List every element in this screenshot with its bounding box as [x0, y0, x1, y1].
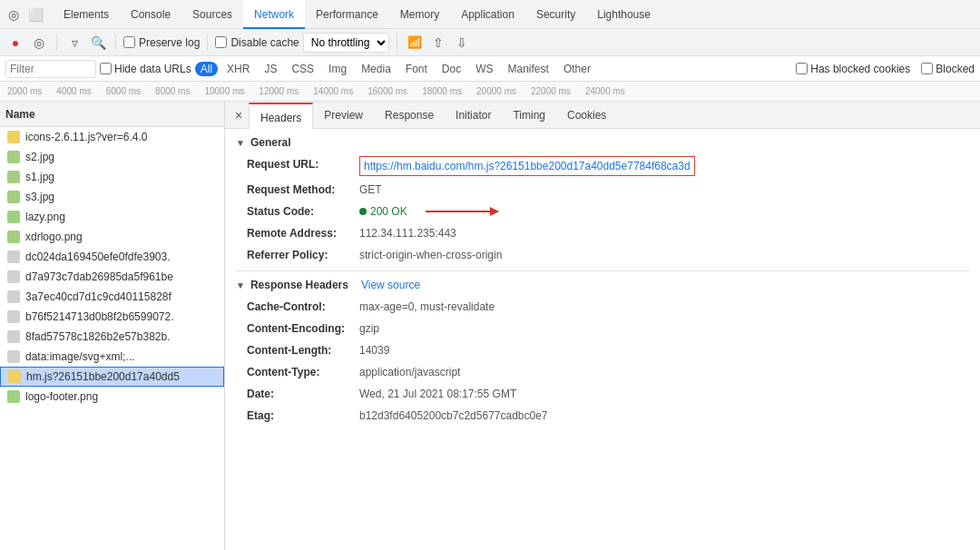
filter-css[interactable]: CSS: [286, 62, 319, 76]
detail-content: ▼ General Request URL: https://hm.baidu.…: [225, 129, 980, 550]
filter-input[interactable]: [5, 60, 96, 78]
filter-ws[interactable]: WS: [470, 62, 498, 76]
timeline-label-6: 12000 ms: [251, 86, 306, 96]
disable-cache-input[interactable]: [215, 36, 227, 48]
arrow-annotation: [426, 211, 498, 212]
tab-memory[interactable]: Memory: [389, 0, 450, 29]
file-icon-data-7: [7, 270, 20, 283]
date-value: Wed, 21 Jul 2021 08:17:55 GMT: [359, 386, 516, 402]
content-encoding-value: gzip: [359, 320, 379, 337]
device-icon[interactable]: ⬜: [25, 5, 45, 25]
tab-application[interactable]: Application: [450, 0, 525, 29]
cache-control-key: Cache-Control:: [247, 299, 356, 315]
tab-console[interactable]: Console: [120, 0, 181, 29]
hide-data-urls-checkbox[interactable]: Hide data URLs: [100, 63, 191, 75]
filter-font[interactable]: Font: [400, 62, 433, 76]
tab-network[interactable]: Network: [243, 0, 305, 29]
date-key: Date:: [247, 386, 356, 402]
file-icon-data-6: [7, 250, 20, 263]
file-item-1[interactable]: s2.jpg: [0, 147, 224, 167]
view-source-link[interactable]: View source: [361, 279, 420, 291]
tab-initiator[interactable]: Initiator: [445, 102, 502, 129]
detail-close-button[interactable]: ×: [229, 105, 249, 125]
hide-data-urls-input[interactable]: [100, 63, 112, 74]
record-button[interactable]: ●: [5, 33, 25, 53]
tab-response[interactable]: Response: [374, 102, 445, 129]
file-item-3[interactable]: s3.jpg: [0, 187, 224, 207]
download-icon[interactable]: ⇩: [452, 33, 472, 53]
blocked-label: Blocked: [936, 63, 975, 75]
file-item-7[interactable]: d7a973c7dab26985da5f961be: [0, 267, 224, 287]
date-row: Date: Wed, 21 Jul 2021 08:17:55 GMT: [236, 386, 969, 402]
file-name-9: b76f5214713d0b8f2b6599072.: [25, 310, 174, 323]
status-value: 200 OK: [370, 203, 407, 220]
file-icon-data-8: [7, 290, 20, 303]
file-item-8[interactable]: 3a7ec40cd7d1c9cd40115828f: [0, 287, 224, 307]
tab-headers[interactable]: Headers: [249, 103, 313, 130]
tab-timing[interactable]: Timing: [502, 102, 556, 129]
response-headers-section-header[interactable]: ▼ Response Headers View source: [236, 279, 969, 291]
upload-icon[interactable]: ⇧: [428, 33, 448, 53]
blocked-checkbox[interactable]: Blocked: [921, 63, 975, 75]
clear-button[interactable]: ◎: [29, 33, 49, 53]
file-name-5: xdrlogo.png: [25, 231, 83, 243]
file-icon-img-4: [7, 211, 20, 223]
timeline-label-2: 4000 ms: [49, 86, 98, 96]
has-blocked-cookies-input[interactable]: [796, 63, 808, 74]
file-item-10[interactable]: 8fad57578c1826b2e57b382b.: [0, 327, 224, 347]
filter-img[interactable]: Img: [323, 62, 352, 76]
response-arrow: ▼: [236, 280, 245, 290]
file-item-4[interactable]: lazy.png: [0, 207, 224, 227]
search-icon[interactable]: 🔍: [88, 33, 108, 53]
blocked-input[interactable]: [921, 63, 933, 74]
timeline-label-8: 16000 ms: [360, 86, 415, 96]
file-item-2[interactable]: s1.jpg: [0, 167, 224, 187]
filter-js[interactable]: JS: [259, 62, 282, 76]
filter-other[interactable]: Other: [558, 62, 596, 76]
tab-cookies[interactable]: Cookies: [556, 102, 617, 129]
tab-sources[interactable]: Sources: [181, 0, 243, 29]
file-name-6: dc024da169450efe0fdfe3903.: [25, 250, 171, 263]
file-item-0[interactable]: icons-2.6.11.js?ver=6.4.0: [0, 127, 224, 147]
has-blocked-cookies-checkbox[interactable]: Has blocked cookies: [796, 63, 910, 75]
separator-1: [56, 34, 57, 51]
tab-performance[interactable]: Performance: [305, 0, 389, 29]
throttle-select[interactable]: No throttling: [303, 33, 389, 53]
inspect-icon[interactable]: ◎: [4, 5, 24, 25]
general-section-header[interactable]: ▼ General: [236, 136, 969, 149]
file-item-13[interactable]: logo-footer.png: [0, 387, 224, 407]
left-panel: Name icons-2.6.11.js?ver=6.4.0 s2.jpg s1…: [0, 102, 225, 550]
name-column-label: Name: [5, 108, 35, 121]
request-url-value[interactable]: https://hm.baidu.com/hm.js?26151bbe200d1…: [359, 156, 695, 176]
preserve-log-checkbox[interactable]: Preserve log: [123, 36, 200, 49]
tab-lighthouse[interactable]: Lighthouse: [586, 0, 662, 29]
separator-2: [115, 34, 116, 51]
etag-value: b12d3fd6405200cb7c2d5677cadbc0e7: [359, 408, 548, 424]
cache-control-value: max-age=0, must-revalidate: [359, 299, 495, 315]
file-item-6[interactable]: dc024da169450efe0fdfe3903.: [0, 247, 224, 267]
filter-media[interactable]: Media: [356, 62, 397, 76]
file-item-5[interactable]: xdrlogo.png: [0, 227, 224, 247]
filter-xhr[interactable]: XHR: [221, 62, 255, 76]
file-item-9[interactable]: b76f5214713d0b8f2b6599072.: [0, 307, 224, 327]
filter-all[interactable]: All: [195, 62, 218, 76]
wifi-icon[interactable]: 📶: [405, 33, 425, 53]
file-item-11[interactable]: data:image/svg+xml;...: [0, 347, 224, 367]
general-arrow: ▼: [236, 138, 245, 148]
filter-icon[interactable]: ▿: [64, 33, 84, 53]
file-item-12[interactable]: hm.js?26151bbe200d17a40dd5: [0, 367, 224, 387]
tab-security[interactable]: Security: [525, 0, 586, 29]
timeline-label-3: 6000 ms: [99, 86, 148, 96]
disable-cache-checkbox[interactable]: Disable cache: [215, 36, 299, 49]
filter-manifest[interactable]: Manifest: [503, 62, 554, 76]
preserve-log-input[interactable]: [123, 36, 135, 48]
tab-preview[interactable]: Preview: [313, 102, 374, 129]
main-area: Name icons-2.6.11.js?ver=6.4.0 s2.jpg s1…: [0, 102, 980, 550]
detail-tabs: × Headers Preview Response Initiator Tim…: [225, 102, 980, 129]
file-name-1: s2.jpg: [25, 151, 54, 163]
tab-elements[interactable]: Elements: [53, 0, 120, 29]
filter-doc[interactable]: Doc: [436, 62, 466, 76]
top-tab-bar: ◎ ⬜ Elements Console Sources Network Per…: [0, 0, 980, 29]
timeline-label-4: 8000 ms: [148, 86, 197, 96]
content-length-value: 14039: [359, 342, 389, 358]
